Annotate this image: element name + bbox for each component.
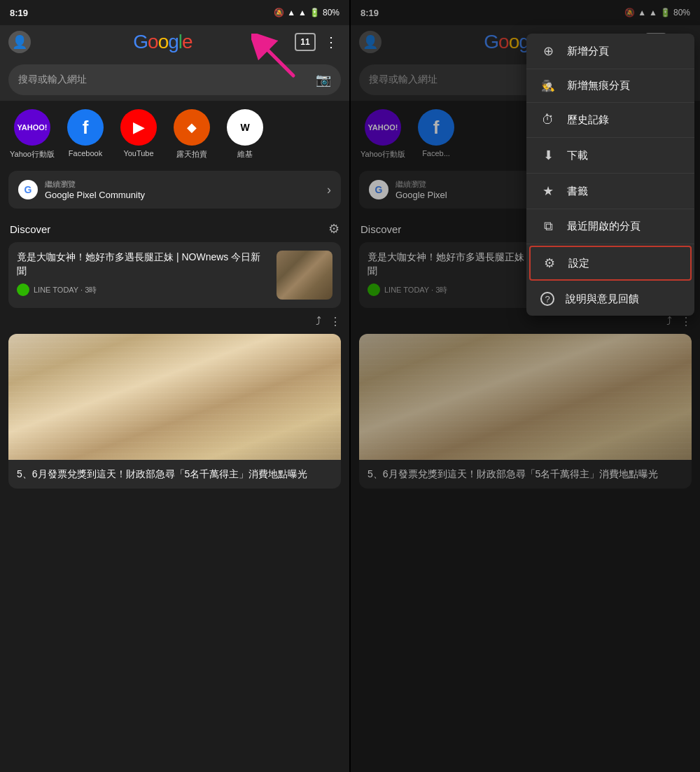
line-today-icon-left [17,283,29,296]
avatar-icon-left: 👤 [12,34,27,50]
share-icon-left[interactable]: ⤴ [316,315,321,328]
signal-icon: ▲ [287,8,295,17]
recent-tabs-label: 最近開啟的分頁 [567,220,640,233]
news-meta-left: LINE TODAY · 3時 [17,283,270,296]
facebook-label-left: Facebook [69,149,102,157]
camera-icon-left[interactable]: 📷 [316,72,331,87]
discover-label-left: Discover [10,223,50,235]
help-icon: ? [540,292,554,306]
settings-icon: ⚙ [542,255,557,271]
menu-item-history[interactable]: ⏱ 歷史記錄 [526,103,694,138]
news-source-text-left: LINE TODAY · 3時 [34,285,97,295]
avatar-left[interactable]: 👤 [8,31,31,53]
bookmark-label: 書籤 [567,185,588,198]
news-title-1-left: 竟是大咖女神！她好市多遇長腿正妹 | NOWnews 今日新聞 [17,251,270,278]
google-icon-small-left: G [18,180,38,199]
quick-links-left: YAHOO! Yahoo行動版 f Facebook ▶ YouTube ◆ 露… [0,101,349,165]
news-text-left: 竟是大咖女神！她好市多遇長腿正妹 | NOWnews 今日新聞 LINE TOD… [17,251,270,296]
search-bar-wrap-left: 搜尋或輸入網址 📷 [0,59,349,101]
ruten-icon-left: ◆ [174,109,210,146]
right-phone-panel: 8:19 🔕 ▲ ▲ 🔋 80% 👤 Google 11 ⋮ 搜尋或輸入網址 📷 [351,0,700,772]
big-news-title-left: 5、6月發票兌獎到這天！財政部急尋「5名千萬得主」消費地點曝光 [8,460,341,489]
menu-item-help[interactable]: ? 說明與意見回饋 [526,282,694,316]
facebook-icon-left: f [67,109,104,146]
help-label: 說明與意見回饋 [566,293,639,306]
battery-icon: 🔋 [309,8,320,17]
continue-title-left: Google Pixel Community [45,190,145,200]
history-icon: ⏱ [540,113,556,127]
status-bar-left: 8:19 🔕 ▲ ▲ 🔋 80% [0,0,349,25]
receipt-image-left [8,334,341,460]
news-card-1-left[interactable]: 竟是大咖女神！她好市多遇長腿正妹 | NOWnews 今日新聞 LINE TOD… [8,242,341,308]
browser-header-left: 👤 Google 11 ⋮ [0,25,349,59]
continue-text-left: 繼續瀏覽 Google Pixel Community [45,179,145,200]
wiki-label-left: 維基 [237,149,253,160]
incognito-icon: 🕵 [540,79,556,92]
incognito-label: 新增無痕分頁 [567,79,630,92]
new-tab-label: 新增分頁 [567,45,609,58]
big-news-card-left[interactable]: 5、6月發票兌獎到這天！財政部急尋「5名千萬得主」消費地點曝光 [8,334,341,489]
quick-link-ruten-left[interactable]: ◆ 露天拍賣 [168,109,216,160]
gear-icon-left[interactable]: ⚙ [328,221,340,237]
more-menu-button-left[interactable]: ⋮ [321,31,341,53]
more-icon-left[interactable]: ⋮ [330,315,341,328]
tab-count-button-left[interactable]: 11 [295,33,316,51]
download-label: 下載 [567,149,588,162]
search-bar-left[interactable]: 搜尋或輸入網址 📷 [8,64,341,95]
youtube-label-left: YouTube [123,149,153,157]
wifi-icon: ▲ [298,8,307,17]
quick-link-yahoo-left[interactable]: YAHOO! Yahoo行動版 [8,109,56,160]
menu-item-incognito[interactable]: 🕵 新增無痕分頁 [526,69,694,103]
wiki-icon-left: W [227,109,263,146]
quick-link-wiki-left[interactable]: W 維基 [221,109,269,160]
continue-label-left: 繼續瀏覽 [45,179,145,190]
yahoo-icon-left: YAHOO! [14,109,50,146]
quick-link-facebook-left[interactable]: f Facebook [62,109,109,160]
menu-item-new-tab[interactable]: ⊕ 新增分頁 [526,34,694,69]
left-phone-panel: 8:19 🔕 ▲ ▲ 🔋 80% 👤 Google 11 ⋮ 搜尋或輸入網址 📷 [0,0,349,772]
download-icon: ⬇ [540,148,556,163]
new-tab-icon: ⊕ [540,43,556,59]
news-actions-left: ⤴ ⋮ [0,314,349,334]
bookmark-icon: ★ [540,183,556,199]
history-label: 歷史記錄 [567,113,609,127]
big-news-image-left [8,334,341,460]
youtube-icon-left: ▶ [120,109,157,146]
yahoo-label-left: Yahoo行動版 [10,149,55,160]
header-right-left: 11 ⋮ [295,31,341,53]
news-thumbnail-1-left [276,251,332,300]
menu-item-recent-tabs[interactable]: ⧉ 最近開啟的分頁 [526,209,694,244]
notification-icon: 🔕 [274,8,284,17]
continue-left-left: G 繼續瀏覽 Google Pixel Community [18,179,145,200]
menu-item-download[interactable]: ⬇ 下載 [526,138,694,174]
quick-link-youtube-left[interactable]: ▶ YouTube [115,109,162,160]
status-right-left: 🔕 ▲ ▲ 🔋 80% [274,8,340,17]
google-logo-left: Google [133,31,192,53]
battery-text-left: 80% [323,8,340,17]
discover-header-left: Discover ⚙ [0,214,349,242]
ruten-label-left: 露天拍賣 [176,149,207,160]
settings-label: 設定 [568,257,589,270]
menu-item-bookmark[interactable]: ★ 書籤 [526,174,694,209]
news-thumb-image-left [276,251,332,300]
continue-arrow-left: › [327,183,331,197]
search-bar-text-left: 搜尋或輸入網址 [18,73,309,86]
continue-card-left[interactable]: G 繼續瀏覽 Google Pixel Community › [8,171,341,209]
dropdown-menu: ⊕ 新增分頁 🕵 新增無痕分頁 ⏱ 歷史記錄 ⬇ 下載 ★ 書籤 ⧉ 最近開啟的… [526,34,694,316]
status-time-left: 8:19 [10,8,28,18]
menu-item-settings[interactable]: ⚙ 設定 [529,246,692,281]
recent-tabs-icon: ⧉ [540,219,556,234]
